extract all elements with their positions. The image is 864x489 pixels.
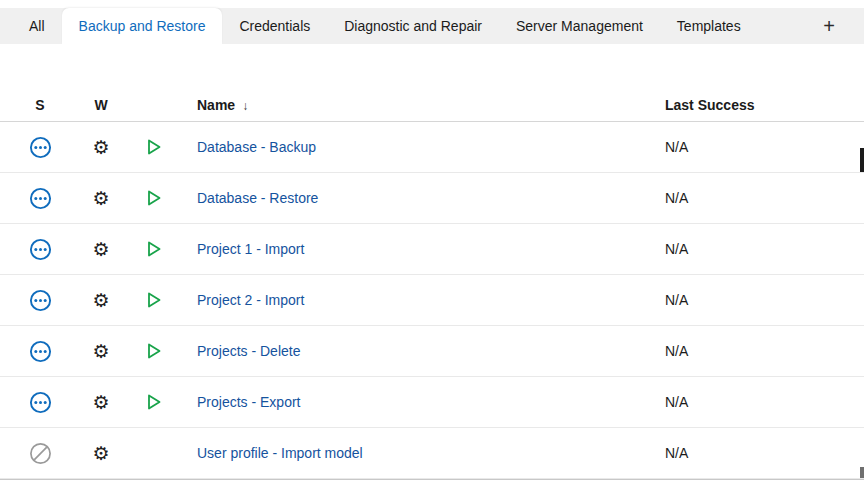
more-options-button[interactable] <box>29 238 52 261</box>
last-success-value: N/A <box>664 394 864 410</box>
table-row: ⚙ User profile - Import model N/A <box>0 428 864 479</box>
gear-icon[interactable]: ⚙ <box>92 444 109 463</box>
run-button[interactable] <box>142 136 164 158</box>
run-button[interactable] <box>142 187 164 209</box>
gear-icon[interactable]: ⚙ <box>92 291 109 310</box>
column-header-name-label: Name <box>197 97 235 113</box>
ellipsis-circle-icon <box>29 340 52 363</box>
tab-diagnostic-and-repair[interactable]: Diagnostic and Repair <box>327 8 499 44</box>
more-options-button[interactable] <box>29 391 52 414</box>
job-name-link[interactable]: Database - Restore <box>197 190 318 206</box>
tab-server-management[interactable]: Server Management <box>499 8 660 44</box>
page: All Backup and Restore Credentials Diagn… <box>0 8 864 489</box>
ellipsis-circle-icon <box>29 238 52 261</box>
last-success-value: N/A <box>664 292 864 308</box>
add-tab-button[interactable]: + <box>812 8 846 44</box>
table-row: ⚙ Project 1 - Import N/A <box>0 224 864 275</box>
last-success-value: N/A <box>664 139 864 155</box>
last-success-value: N/A <box>664 343 864 359</box>
last-success-value: N/A <box>664 445 864 461</box>
tab-templates[interactable]: Templates <box>660 8 758 44</box>
gear-icon[interactable]: ⚙ <box>92 393 109 412</box>
play-icon <box>142 289 164 311</box>
column-header-w[interactable]: W <box>72 97 130 113</box>
play-icon <box>142 136 164 158</box>
tab-credentials[interactable]: Credentials <box>222 8 327 44</box>
play-icon <box>142 238 164 260</box>
run-button[interactable] <box>142 340 164 362</box>
more-options-button[interactable] <box>29 136 52 159</box>
gear-icon[interactable]: ⚙ <box>92 240 109 259</box>
more-options-button[interactable] <box>29 289 52 312</box>
table-header-row: S W Name ↓ Last Success <box>0 88 864 122</box>
sort-descending-icon: ↓ <box>242 99 248 113</box>
prohibited-icon <box>29 442 52 465</box>
clipped-content-edge-bottom <box>860 467 864 478</box>
tab-backup-and-restore[interactable]: Backup and Restore <box>62 8 223 44</box>
play-icon <box>142 340 164 362</box>
last-success-value: N/A <box>664 190 864 206</box>
tab-bar: All Backup and Restore Credentials Diagn… <box>0 8 864 44</box>
job-name-link[interactable]: Projects - Delete <box>197 343 300 359</box>
ellipsis-circle-icon <box>29 187 52 210</box>
column-header-name[interactable]: Name ↓ <box>176 97 664 113</box>
column-header-s[interactable]: S <box>8 97 72 113</box>
gear-icon[interactable]: ⚙ <box>92 138 109 157</box>
jobs-table: S W Name ↓ Last Success ⚙ Database - Bac… <box>0 88 864 480</box>
job-name-link[interactable]: Database - Backup <box>197 139 316 155</box>
ellipsis-circle-icon <box>29 136 52 159</box>
gear-icon[interactable]: ⚙ <box>92 342 109 361</box>
run-button[interactable] <box>142 391 164 413</box>
run-button[interactable] <box>142 289 164 311</box>
ellipsis-circle-icon <box>29 289 52 312</box>
table-row: ⚙ Project 2 - Import N/A <box>0 275 864 326</box>
table-row: ⚙ Projects - Delete N/A <box>0 326 864 377</box>
more-options-button[interactable] <box>29 187 52 210</box>
play-icon <box>142 187 164 209</box>
last-success-value: N/A <box>664 241 864 257</box>
table-row: ⚙ Database - Restore N/A <box>0 173 864 224</box>
tab-bar-spacer <box>758 8 812 44</box>
table-row: ⚙ Database - Backup N/A <box>0 122 864 173</box>
job-name-link[interactable]: Project 2 - Import <box>197 292 304 308</box>
job-name-link[interactable]: Project 1 - Import <box>197 241 304 257</box>
tab-all[interactable]: All <box>12 8 62 44</box>
job-name-link[interactable]: User profile - Import model <box>197 445 363 461</box>
not-allowed-indicator <box>29 442 52 465</box>
run-button[interactable] <box>142 238 164 260</box>
table-row: ⚙ Projects - Export N/A <box>0 377 864 428</box>
more-options-button[interactable] <box>29 340 52 363</box>
column-header-last-success[interactable]: Last Success <box>664 97 864 113</box>
ellipsis-circle-icon <box>29 391 52 414</box>
job-name-link[interactable]: Projects - Export <box>197 394 300 410</box>
play-icon <box>142 391 164 413</box>
gear-icon[interactable]: ⚙ <box>92 189 109 208</box>
